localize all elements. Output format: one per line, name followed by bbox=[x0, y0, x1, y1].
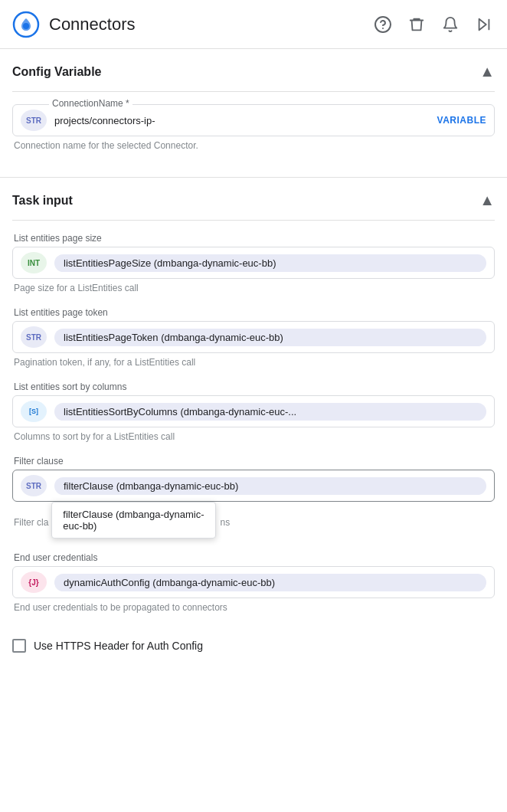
connection-name-variable-link[interactable]: VARIABLE bbox=[437, 115, 486, 126]
sort-columns-input-row[interactable]: [S] listEntitiesSortByColumns (dmbanga-d… bbox=[12, 395, 495, 427]
page-token-hint: Pagination token, if any, for a ListEnti… bbox=[12, 357, 495, 368]
sort-columns-value: listEntitiesSortByColumns (dmbanga-dynam… bbox=[54, 403, 486, 421]
auth-config-type-badge: {J} bbox=[21, 571, 47, 593]
page-size-input-row[interactable]: INT listEntitiesPageSize (dmbanga-dynami… bbox=[12, 247, 495, 279]
sort-columns-label: List entities sort by columns bbox=[12, 381, 495, 392]
filter-clause-hint-suffix: ns bbox=[219, 517, 231, 528]
page-size-hint: Page size for a ListEntities call bbox=[12, 283, 495, 293]
sort-columns-field-group: List entities sort by columns [S] listEn… bbox=[12, 381, 495, 442]
connection-name-hint: Connection name for the selected Connect… bbox=[12, 140, 495, 151]
https-header-label: Use HTTPS Header for Auth Config bbox=[34, 640, 203, 652]
config-variable-content: ConnectionName STR projects/connectors-i… bbox=[12, 92, 495, 177]
filter-clause-field-group: Filter clause STR filterClause (dmbanga-… bbox=[12, 456, 495, 539]
page-title: Connectors bbox=[49, 15, 372, 34]
connection-name-type-badge: STR bbox=[21, 110, 47, 131]
connection-name-field-group: ConnectionName STR projects/connectors-i… bbox=[12, 104, 495, 151]
task-input-header: Task input ▲ bbox=[12, 178, 495, 221]
config-variable-section: Config Variable ▲ ConnectionName STR pro… bbox=[0, 49, 507, 177]
task-input-title: Task input bbox=[12, 194, 73, 208]
app-header: Connectors bbox=[0, 0, 507, 49]
connection-name-input-row[interactable]: STR projects/connectors-ip- VARIABLE bbox=[12, 104, 495, 136]
auth-config-label: End user credentials bbox=[12, 552, 495, 563]
https-header-checkbox-row: Use HTTPS Header for Auth Config bbox=[12, 627, 495, 659]
config-variable-header: Config Variable ▲ bbox=[12, 49, 495, 92]
task-input-content: List entities page size INT listEntities… bbox=[12, 221, 495, 671]
connection-name-label: ConnectionName bbox=[49, 98, 132, 109]
filter-clause-type-badge: STR bbox=[21, 475, 47, 496]
skip-icon[interactable] bbox=[473, 14, 495, 35]
header-icons bbox=[372, 14, 495, 35]
https-header-checkbox[interactable] bbox=[12, 639, 26, 653]
task-input-chevron[interactable]: ▲ bbox=[479, 192, 495, 209]
notification-icon[interactable] bbox=[440, 14, 461, 35]
page-size-field-group: List entities page size INT listEntities… bbox=[12, 233, 495, 293]
filter-clause-input-row[interactable]: STR filterClause (dmbanga-dynamic-euc-bb… bbox=[12, 470, 495, 502]
filter-clause-label: Filter clause bbox=[12, 456, 495, 467]
auth-config-field-group: End user credentials {J} dynamicAuthConf… bbox=[12, 552, 495, 613]
task-input-section: Task input ▲ List entities page size INT… bbox=[0, 178, 507, 671]
help-icon[interactable] bbox=[372, 14, 394, 35]
page-token-value: listEntitiesPageToken (dmbanga-dynamic-e… bbox=[54, 329, 486, 346]
page-size-value: listEntitiesPageSize (dmbanga-dynamic-eu… bbox=[54, 254, 486, 272]
connection-name-value: projects/connectors-ip- bbox=[54, 115, 431, 126]
config-variable-chevron[interactable]: ▲ bbox=[479, 63, 495, 80]
auth-config-value: dynamicAuthConfig (dmbanga-dynamic-euc-b… bbox=[54, 574, 486, 591]
page-token-label: List entities page token bbox=[12, 307, 495, 318]
page-size-label: List entities page size bbox=[12, 233, 495, 244]
auth-config-input-row[interactable]: {J} dynamicAuthConfig (dmbanga-dynamic-e… bbox=[12, 566, 495, 598]
svg-point-1 bbox=[23, 23, 29, 29]
svg-marker-4 bbox=[479, 18, 486, 30]
page-size-type-badge: INT bbox=[21, 252, 47, 273]
page-token-input-row[interactable]: STR listEntitiesPageToken (dmbanga-dynam… bbox=[12, 321, 495, 353]
page-token-field-group: List entities page token STR listEntitie… bbox=[12, 307, 495, 368]
delete-icon[interactable] bbox=[406, 14, 427, 35]
filter-clause-value: filterClause (dmbanga-dynamic-euc-bb) bbox=[54, 477, 486, 495]
sort-columns-type-badge: [S] bbox=[21, 401, 47, 422]
auth-config-hint: End user credentials to be propagated to… bbox=[12, 602, 495, 613]
filter-clause-hint: Filter cla bbox=[12, 517, 48, 528]
config-variable-title: Config Variable bbox=[12, 65, 101, 79]
sort-columns-hint: Columns to sort by for a ListEntities ca… bbox=[12, 431, 495, 442]
filter-clause-tooltip: filterClause (dmbanga-dynamic-euc-bb) bbox=[51, 502, 215, 539]
app-logo bbox=[12, 11, 40, 38]
page-token-type-badge: STR bbox=[21, 326, 47, 348]
